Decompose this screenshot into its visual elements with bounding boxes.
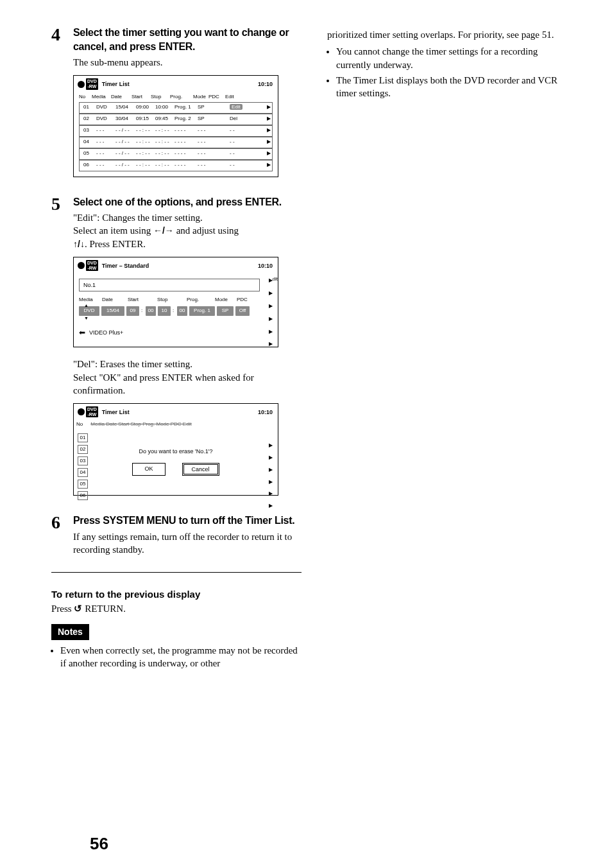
separator [51,572,302,573]
date-cell[interactable]: 15/04 [101,306,124,316]
continuation-text: prioritized timer setting overlaps. For … [327,28,574,41]
list-row: 01DVD15/0409:0010:00Prog. 1SPEdit▶ [79,102,273,114]
step-title: Select the timer setting you want to cha… [73,26,302,53]
note-item: Even when correctly set, the programme m… [60,644,302,670]
start-min-cell[interactable]: 00 [146,306,156,316]
disc-icon: DVD-RW [78,406,98,417]
timer-standard-panel: DVD-RW Timer – Standard 10:10 dit No.1 M… [73,257,278,347]
list-row: 04- - -- - / - -- - : - -- - : - -- - - … [79,137,273,148]
list-row: 03- - -- - / - -- - : - -- - : - -- - - … [79,125,273,137]
panel-time: 10:10 [258,408,273,416]
panel-title: Timer List [102,408,130,416]
step-desc: If any settings remain, turn off the rec… [73,530,302,557]
panel-time: 10:10 [258,262,273,270]
videoplus-label: VIDEO Plus+ [89,329,123,336]
panel-time: 10:10 [258,80,273,88]
faded-header: No Media Date Start Stop Prog. Mode PDC … [74,421,278,430]
mode-cell[interactable]: SP [217,306,234,316]
note-item: The Timer List displays both the DVD rec… [336,74,574,100]
side-triangles: ▶▶▶▶▶▶ [269,277,273,348]
step-desc: The sub-menu appears. [73,56,302,69]
step-number: 6 [51,514,65,556]
field-header: Media Date Start Stop Prog. Mode PDC [79,297,273,304]
disc-icon: DVD-RW [78,260,98,271]
up-triangle-icon: ▲ [84,302,89,308]
stop-hour-cell[interactable]: 10 [158,306,171,316]
down-triangle-icon: ▼ [84,315,89,321]
entry-number: No.1 [79,279,260,291]
step-4: 4 Select the timer setting you want to c… [51,26,302,187]
confirm-message: Do you want to erase 'No.1'? [79,447,273,455]
edit-cutoff-label: dit [273,276,278,283]
note-item: You cannot change the timer settings for… [336,45,574,71]
prog-cell[interactable]: Prog. 1 [189,306,215,316]
left-arrow-icon: ⬅ [79,327,85,338]
list-row: 02DVD30/0409:1509:45Prog. 2SPDel▶ [79,114,273,125]
step-text: "Edit": Changes the timer setting. Selec… [73,211,302,250]
notes-list: Even when correctly set, the programme m… [51,644,302,670]
ok-button[interactable]: OK [132,463,165,476]
step-6: 6 Press SYSTEM MENU to turn off the Time… [51,514,302,556]
notes-label: Notes [51,624,89,640]
list-row: 05- - -- - / - -- - : - -- - : - -- - - … [79,148,273,160]
start-hour-cell[interactable]: 09 [126,306,139,316]
return-text: Press ↺ RETURN. [51,602,302,615]
list-header: No Media Date Start Stop Prog. Mode PDC … [75,94,273,101]
disc-icon: DVD-RW [78,78,98,89]
return-icon: ↺ [74,603,82,614]
up-down-arrows-icon: ↑/↓ [73,239,85,249]
timer-list-panel: DVD-RW Timer List 10:10 No Media Date St… [73,75,278,177]
step-number: 5 [51,195,65,507]
left-right-arrows-icon: ←/→ [153,225,174,236]
field-row: DVD 15/04 09 : 00 10 : 00 Prog. 1 SP Off… [79,306,273,316]
step-number: 4 [51,26,65,187]
step-title: Press SYSTEM MENU to turn off the Timer … [73,514,302,528]
right-notes-list: You cannot change the timer settings for… [327,45,574,100]
panel-title: Timer List [102,80,130,88]
list-row: 06- - -- - / - -- - : - -- - : - -- - - … [79,160,273,171]
row-numbers: 010203040506 [78,433,88,500]
cancel-button[interactable]: Cancel [182,463,219,476]
panel-title: Timer – Standard [102,262,149,270]
media-cell[interactable]: DVD [79,306,99,316]
side-triangles: ▶▶▶▶▶▶ [269,442,273,510]
del-text: "Del": Erases the timer setting. Select … [73,358,302,397]
step-title: Select one of the options, and press ENT… [73,195,302,209]
return-heading: To return to the previous display [51,588,302,601]
page-number: 56 [90,833,108,855]
step-5: 5 Select one of the options, and press E… [51,195,302,507]
stop-min-cell[interactable]: 00 [177,306,187,316]
pdc-cell[interactable]: Off [235,306,250,316]
erase-confirm-panel: DVD-RW Timer List 10:10 No Media Date St… [73,403,278,496]
